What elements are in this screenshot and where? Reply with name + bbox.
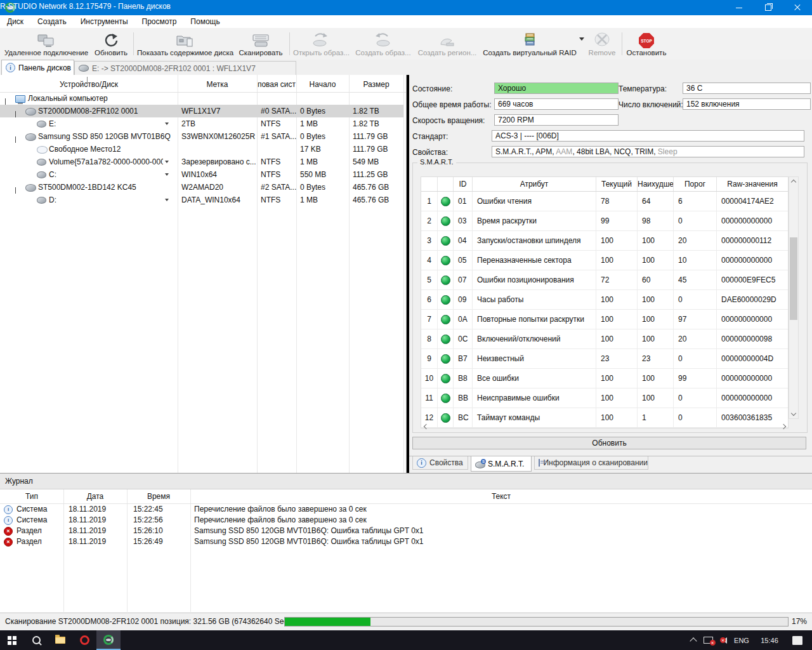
restore-button[interactable]	[754, 0, 783, 15]
tree-row-volume-guid[interactable]: Volume{57a1a782-0000-0000-0000... Зарезе…	[0, 156, 403, 168]
attribute-id: 07	[454, 270, 473, 289]
column-header-worst[interactable]: Наихудшее	[638, 177, 674, 191]
column-header-threshold[interactable]: Порог	[674, 177, 717, 191]
attribute-name: Неисправимые ошибки	[473, 388, 596, 408]
smart-attribute-row[interactable]: 9 B7 Неизвестный 23 23 0 00000000004D	[421, 349, 788, 369]
info-icon: i	[417, 458, 426, 468]
create-image-button[interactable]: Создать образ...	[354, 30, 412, 58]
smart-attribute-row[interactable]: 6 09 Часы работы 100 100 0 DAE60000029D	[421, 290, 788, 310]
expander-icon[interactable]	[15, 135, 16, 143]
column-header-attribute[interactable]: Атрибут	[473, 177, 596, 191]
log-row[interactable]: Раздел 18.11.2019 15:26:10 Samsung SSD 8…	[0, 526, 812, 536]
volume-status-button[interactable]: ✕	[716, 630, 731, 650]
log-date: 18.11.2019	[63, 536, 127, 547]
action-center-button[interactable]	[788, 630, 807, 650]
smart-attribute-row[interactable]: 1 01 Ошибки чтения 78 64 6 000004174AE2	[421, 192, 788, 211]
tree-row-volume-c[interactable]: C: WIN10x64 NTFS 550 MB 111.25 GB	[0, 168, 403, 181]
tray-expand-button[interactable]	[686, 630, 700, 650]
search-button[interactable]	[24, 630, 48, 650]
raid-dropdown-arrow[interactable]	[579, 41, 584, 50]
column-header-raw[interactable]: Raw-значения	[717, 177, 788, 191]
tree-row-st500[interactable]: ST500DM002-1BD142 KC45 W2AMAD20 #2 SATA.…	[0, 181, 403, 194]
row-dropdown-icon[interactable]	[165, 173, 169, 178]
stop-button[interactable]: STOP Остановить	[625, 30, 667, 58]
column-header-date[interactable]: Дата	[63, 492, 127, 501]
menu-item[interactable]: Инструменты	[74, 16, 135, 27]
rstudio-taskbar-button[interactable]	[96, 630, 121, 650]
open-image-button[interactable]: Открыть образ...	[293, 30, 346, 58]
file-explorer-button[interactable]	[48, 630, 72, 650]
column-header-device[interactable]: Устройство/Диск	[0, 80, 178, 89]
smart-attribute-row[interactable]: 4 05 Переназначенные сектора 100 100 10 …	[421, 251, 788, 270]
tree-header[interactable]: Устройство/Диск Метка повая сист Начало …	[0, 75, 406, 93]
clock[interactable]: 15:46	[755, 630, 784, 650]
smart-attribute-row[interactable]: 10 B8 Все ошибки 100 100 99 000000000000	[421, 369, 788, 388]
remove-button[interactable]: Remove	[585, 30, 619, 58]
tree-row-samsung-ssd[interactable]: Samsung SSD 850 120GB MVT01B6Q S3WBNX0M1…	[0, 130, 403, 143]
tab-volume-e[interactable]: E: -> ST2000DM008-2FR102 0001 : WFL1X1V7	[74, 61, 296, 76]
menu-item[interactable]: Создать	[30, 16, 74, 27]
smart-attribute-row[interactable]: 7 0A Повторные попытки раскрутки 100 100…	[421, 310, 788, 329]
log-row[interactable]: Система 18.11.2019 15:22:56 Перечисление…	[0, 515, 812, 526]
scroll-up-icon[interactable]	[789, 177, 798, 187]
log-row[interactable]: Раздел 18.11.2019 15:26:49 Samsung SSD 8…	[0, 536, 812, 547]
column-header-current[interactable]: Текущий	[596, 177, 638, 191]
smart-attribute-row[interactable]: 12 BC Таймаут команды 100 1 0 0036003618…	[421, 408, 788, 428]
minimize-button[interactable]	[724, 0, 754, 15]
smart-attribute-row[interactable]: 3 04 Запуски/остановки шпинделя 100 100 …	[421, 231, 788, 251]
column-header-start[interactable]: Начало	[296, 80, 349, 89]
update-button[interactable]: Обновить	[412, 437, 806, 449]
start-button[interactable]	[0, 630, 24, 650]
column-header-text[interactable]: Текст	[190, 492, 812, 501]
tree-row-local-computer[interactable]: Локальный компьютер	[0, 92, 403, 105]
scroll-right-icon[interactable]	[779, 423, 788, 430]
scan-button[interactable]: Сканировать	[236, 30, 285, 58]
smart-table-vscrollbar[interactable]	[789, 176, 799, 419]
expander-icon[interactable]	[15, 109, 16, 117]
scroll-thumb[interactable]	[790, 237, 797, 320]
tree-row-st2000[interactable]: ST2000DM008-2FR102 0001 WFL1X1V7 #0 SATA…	[0, 105, 403, 117]
expander-icon[interactable]	[15, 185, 16, 194]
smart-attribute-row[interactable]: 5 07 Ошибки позиционирования 72 60 45 00…	[421, 270, 788, 290]
smart-attribute-row[interactable]: 11 BB Неисправимые ошибки 100 100 0 0000…	[421, 388, 788, 408]
tab-scan-info[interactable]: Информация о сканировании	[534, 456, 648, 470]
close-button[interactable]	[783, 0, 812, 15]
minimize-icon	[736, 8, 742, 8]
scroll-left-icon[interactable]	[422, 423, 431, 430]
column-header-time[interactable]: Время	[127, 492, 190, 501]
create-virtual-raid-button[interactable]: Создать виртуальный RAID	[482, 30, 577, 58]
column-header-size[interactable]: Размер	[349, 80, 403, 89]
tab-properties[interactable]: i Свойства	[412, 456, 468, 470]
smart-attribute-row[interactable]: 8 0C Включений/отключений 100 100 20 000…	[421, 329, 788, 349]
tree-row-volume-d[interactable]: D: DATA_WIN10x64 NTFS 1 MB 465.76 GB	[0, 194, 403, 206]
log-date: 18.11.2019	[63, 515, 127, 526]
expander-icon[interactable]	[5, 96, 6, 105]
column-header-id[interactable]: ID	[454, 177, 473, 191]
log-row[interactable]: Система 18.11.2019 15:22:45 Перечисление…	[0, 504, 812, 515]
tab-smart[interactable]: S S.M.A.R.T.	[471, 456, 532, 472]
attribute-threshold: 0	[674, 290, 717, 309]
menu-item[interactable]: Просмотр	[135, 16, 184, 27]
show-disk-content-button[interactable]: Показать содержимое диска	[137, 30, 232, 58]
row-dropdown-icon[interactable]	[165, 123, 169, 127]
tree-row-free-space[interactable]: Свободное Место12 17 KB 111.79 GB	[0, 143, 403, 156]
column-header-type[interactable]: Тип	[0, 492, 63, 501]
scroll-down-icon[interactable]	[789, 408, 798, 418]
column-header-label[interactable]: Метка	[178, 80, 257, 89]
row-dropdown-icon[interactable]	[165, 199, 169, 203]
log-header[interactable]: Тип Дата Время Текст	[0, 489, 812, 504]
tree-row-volume-e[interactable]: E: 2TB NTFS 1 MB 1.82 TB	[0, 117, 403, 130]
smart-table-header[interactable]: ID Атрибут Текущий Наихудшее Порог Raw-з…	[421, 177, 788, 192]
smart-attribute-row[interactable]: 2 03 Время раскрутки 99 98 0 00000000000…	[421, 211, 788, 231]
menu-item[interactable]: Диск	[0, 16, 30, 27]
menu-item[interactable]: Помощь	[183, 16, 226, 27]
row-dropdown-icon[interactable]	[165, 161, 169, 165]
language-indicator[interactable]: ENG	[731, 630, 752, 650]
opera-button[interactable]	[72, 630, 96, 650]
column-header-filesystem[interactable]: повая сист	[257, 80, 296, 89]
network-status-button[interactable]: ✕	[700, 630, 716, 650]
refresh-button[interactable]: Обновить	[93, 30, 129, 58]
tab-disk-panel[interactable]: i Панель дисков	[1, 60, 74, 75]
create-region-button[interactable]: Создать регион...	[416, 30, 478, 58]
remote-connection-button[interactable]: Удаленное подключение	[3, 30, 90, 58]
